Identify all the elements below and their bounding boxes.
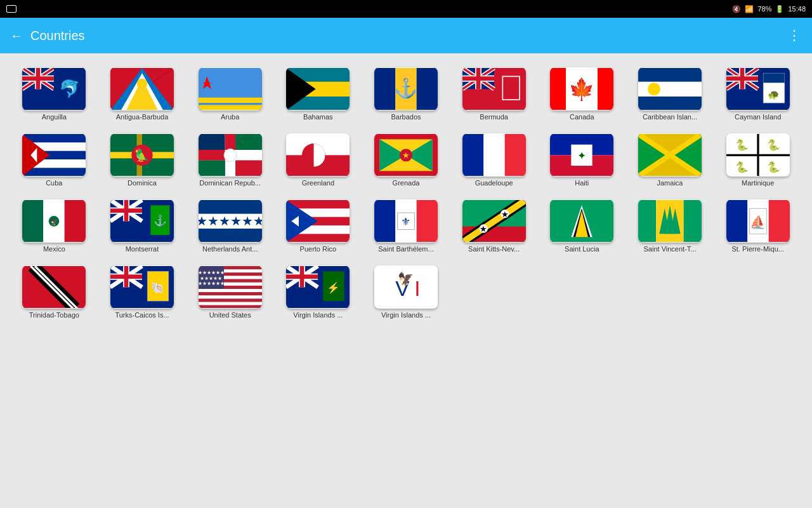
- svg-rect-119: [65, 200, 86, 243]
- list-item[interactable]: V I 🦅 Virgin Islands ...: [365, 262, 448, 323]
- status-bar: 🔇 📶 78% 🔋 15:48: [0, 0, 812, 18]
- list-item[interactable]: Saint Vincent-T...: [629, 196, 712, 257]
- list-item[interactable]: Greenland: [277, 130, 360, 190]
- list-item[interactable]: ✦ Haiti: [540, 130, 624, 190]
- svg-text:⚓: ⚓: [394, 76, 418, 99]
- list-item[interactable]: Guadeloupe: [452, 130, 535, 190]
- list-item[interactable]: ⛵ St. Pierre-Miqu...: [716, 196, 799, 257]
- list-item[interactable]: 🐬 Anguilla: [13, 64, 96, 124]
- list-item[interactable]: Trinidad-Tobago: [13, 262, 96, 323]
- svg-text:🐬: 🐬: [60, 78, 81, 98]
- country-name: Puerto Rico: [300, 245, 336, 253]
- list-item[interactable]: ⚡ Virgin Islands ...: [277, 262, 360, 323]
- list-item[interactable]: Puerto Rico: [277, 196, 360, 257]
- svg-point-47: [648, 83, 660, 95]
- list-item[interactable]: ★★★★★★ ★★★★★ ★★★★★★ United States: [188, 262, 272, 323]
- svg-text:🐍: 🐍: [767, 138, 780, 152]
- list-item[interactable]: 🐚 Turks-Caicos Is...: [101, 262, 184, 323]
- svg-rect-93: [483, 134, 504, 177]
- back-button[interactable]: ←: [10, 29, 23, 43]
- country-name: Anguilla: [42, 113, 67, 121]
- svg-text:★★★★★★: ★★★★★★: [199, 214, 262, 228]
- list-item[interactable]: Bermuda: [452, 64, 535, 124]
- svg-rect-43: [598, 68, 613, 110]
- svg-text:🐍: 🐍: [735, 161, 749, 174]
- svg-rect-21: [199, 105, 262, 110]
- flag-container: ★★★★★★ ★★★★★ ★★★★★★: [199, 265, 262, 309]
- list-item[interactable]: 🦜 Dominica: [101, 130, 184, 190]
- country-name: Saint Barthélem...: [378, 245, 433, 253]
- svg-rect-77: [235, 160, 262, 176]
- country-name: Saint Vincent-T...: [644, 245, 697, 253]
- battery-icon: 🔋: [775, 5, 784, 13]
- flag-container: V I 🦅: [374, 265, 438, 309]
- list-item[interactable]: Aruba: [188, 64, 272, 124]
- svg-rect-59: [763, 73, 784, 83]
- svg-rect-92: [462, 134, 483, 177]
- list-item[interactable]: 🐍 🐍 🐍 🐍 Martinique: [716, 130, 799, 190]
- country-name: Virgin Islands ...: [293, 311, 343, 319]
- page-title: Countries: [30, 29, 85, 43]
- svg-rect-78: [235, 134, 262, 150]
- svg-text:🦅: 🦅: [50, 218, 58, 226]
- country-name: Jamaica: [657, 179, 683, 187]
- svg-rect-163: [726, 200, 747, 243]
- screen-icon: [6, 5, 16, 13]
- country-name: Aruba: [221, 113, 239, 121]
- list-item[interactable]: 🍁 Canada: [540, 64, 624, 124]
- country-name: Dominican Repub...: [199, 179, 261, 187]
- country-name: Caribbean Islan...: [643, 113, 697, 121]
- country-grid: 🐬 Anguilla Antigua-Barbuda Aruba Bahamas…: [13, 64, 799, 323]
- list-item[interactable]: Cuba: [13, 130, 96, 190]
- list-item[interactable]: Dominican Repub...: [188, 130, 272, 190]
- status-bar-right: 🔇 📶 78% 🔋 15:48: [732, 5, 806, 13]
- list-item[interactable]: ★ Grenada: [365, 130, 448, 190]
- list-item[interactable]: Caribbean Islan...: [629, 64, 712, 124]
- svg-rect-157: [638, 200, 656, 243]
- svg-text:🐚: 🐚: [151, 281, 164, 295]
- country-name: Barbados: [391, 113, 421, 121]
- svg-text:🍁: 🍁: [568, 77, 595, 102]
- list-item[interactable]: ⚜ Saint Barthélem...: [365, 196, 448, 257]
- country-name: St. Pierre-Miqu...: [731, 245, 784, 253]
- list-item[interactable]: ⚓ Barbados: [365, 64, 448, 124]
- list-item[interactable]: Bahamas: [277, 64, 360, 124]
- list-item[interactable]: 🐢 Cayman Island: [716, 64, 799, 124]
- flag-container: 🍁: [550, 67, 613, 110]
- app-bar-left: ← Countries: [10, 29, 85, 43]
- flag-container: ⚡: [286, 265, 350, 309]
- country-name: Guadeloupe: [475, 179, 513, 187]
- flag-container: 🦅: [22, 199, 86, 243]
- flag-container: 🐬: [22, 67, 86, 110]
- list-item[interactable]: Saint Lucia: [540, 196, 624, 257]
- svg-rect-140: [374, 200, 395, 243]
- svg-rect-75: [225, 134, 235, 150]
- country-name: Grenada: [393, 179, 420, 187]
- list-item[interactable]: Antigua-Barbuda: [101, 64, 184, 124]
- svg-rect-19: [199, 68, 262, 110]
- list-item[interactable]: Jamaica: [629, 130, 712, 190]
- flag-container: ★★★★★★: [199, 199, 262, 243]
- flag-container: 🐍 🐍 🐍 🐍: [726, 133, 790, 177]
- flag-container: [638, 199, 702, 243]
- flag-container: [22, 265, 86, 309]
- flag-container: ★ ★: [462, 199, 526, 243]
- svg-rect-117: [22, 200, 43, 243]
- clock: 15:48: [788, 5, 806, 13]
- svg-rect-188: [199, 292, 262, 295]
- list-item[interactable]: ★★★★★★ Netherlands Ant...: [188, 196, 272, 257]
- country-name: Bahamas: [303, 113, 332, 121]
- battery-text: 78%: [757, 5, 771, 13]
- list-item[interactable]: ⚓ Montserrat: [101, 196, 184, 257]
- country-name: Dominica: [128, 179, 157, 187]
- svg-text:✦: ✦: [577, 150, 586, 162]
- svg-text:⚓: ⚓: [154, 214, 167, 227]
- svg-text:★: ★: [402, 150, 410, 160]
- country-name: Canada: [570, 113, 594, 121]
- list-item[interactable]: ★ ★ Saint Kitts-Nev...: [452, 196, 535, 257]
- svg-rect-39: [462, 76, 494, 81]
- svg-rect-28: [417, 68, 438, 110]
- flag-container: [638, 133, 702, 177]
- list-item[interactable]: 🦅 Mexico: [13, 196, 96, 257]
- more-options-button[interactable]: ⋮: [787, 27, 802, 44]
